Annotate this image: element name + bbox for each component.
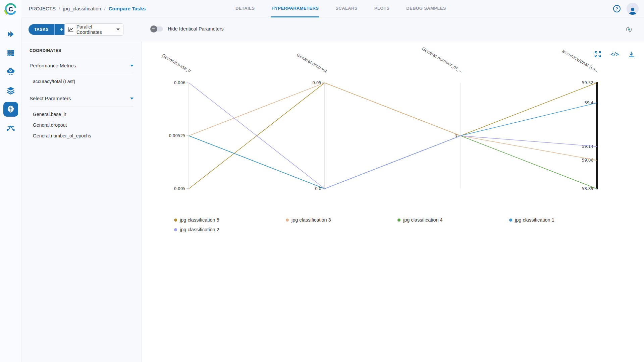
legend-item[interactable]: jpg classification 3 — [286, 216, 397, 224]
axis-tick-label: 59.14 — [582, 144, 593, 149]
compare-toolbar: TASKS + Parallel Coordinates Hide Identi… — [21, 17, 644, 42]
axis-title[interactable]: General.base_lr — [161, 53, 193, 74]
chevron-down-icon — [130, 65, 133, 67]
legend-item[interactable]: jpg classification 1 — [509, 216, 621, 224]
view-type-value: Parallel Coordinates — [76, 24, 114, 35]
tasks-split-button[interactable]: TASKS + — [29, 24, 68, 35]
select-parameters-items: General.base_lr General.dropout General.… — [21, 107, 142, 144]
parallel-coordinates-plot-area: General.base_lr0.0060.005250.005General.… — [142, 42, 644, 362]
metric-item[interactable]: accuracy/total (Last) — [21, 76, 142, 87]
help-icon[interactable]: ? — [613, 5, 621, 12]
workers-icon — [6, 67, 15, 76]
breadcrumb-separator: / — [104, 6, 106, 11]
download-icon — [628, 51, 635, 58]
chart-view-icon — [68, 27, 74, 33]
tasks-button-label[interactable]: TASKS — [29, 27, 54, 32]
auto-refresh-pause-icon — [625, 25, 633, 34]
compare-tabs: DETAILS HYPERPARAMETERS SCALARS PLOTS DE… — [235, 0, 447, 17]
axis-tick-label: 0.006 — [174, 80, 185, 85]
tab-plots[interactable]: PLOTS — [374, 0, 390, 17]
parallel-coordinates-chart: General.base_lr0.0060.005250.005General.… — [142, 42, 644, 213]
clearml-logo-icon: C — [4, 2, 18, 16]
coordinates-panel-title: COORDINATES — [30, 48, 133, 57]
axis-tick-label: 58.89 — [582, 186, 593, 191]
legend-color-dot — [397, 219, 400, 222]
parcoords-line — [189, 83, 597, 189]
queues-icon — [6, 49, 15, 57]
hide-identical-toggle-row[interactable]: Hide Identical Parameters — [151, 26, 224, 32]
section-select-parameters[interactable]: Select Parameters — [30, 90, 133, 107]
maximize-plot-button[interactable] — [594, 51, 601, 58]
sidebar-item-projects[interactable] — [3, 102, 18, 117]
tab-hyperparameters[interactable]: HYPERPARAMETERS — [271, 0, 319, 17]
hide-identical-label: Hide Identical Parameters — [168, 26, 224, 32]
datasets-icon — [6, 86, 15, 95]
legend-color-dot — [174, 228, 177, 231]
breadcrumb-project-name[interactable]: jpg_classification — [63, 6, 101, 11]
section-label: Select Parameters — [30, 96, 71, 101]
svg-text:C: C — [8, 6, 13, 13]
parameter-item[interactable]: General.dropout — [21, 120, 142, 130]
parcoords-line — [189, 83, 597, 189]
legend-item[interactable]: jpg classification 2 — [174, 226, 286, 233]
embed-code-button[interactable]: </> — [610, 51, 619, 57]
breadcrumb-compare-tasks[interactable]: Compare Tasks — [109, 6, 146, 11]
legend-label: jpg classification 5 — [180, 217, 219, 223]
view-type-dropdown[interactable]: Parallel Coordinates — [64, 23, 123, 36]
getting-started-icon — [6, 30, 15, 39]
tab-details[interactable]: DETAILS — [235, 0, 255, 17]
parameter-item[interactable]: General.number_of_epochs — [21, 130, 142, 141]
sidebar-item-getting-started[interactable] — [3, 27, 18, 42]
user-avatar[interactable] — [627, 3, 639, 15]
projects-brain-icon — [6, 105, 15, 114]
axis-tick-label: 0.00525 — [169, 133, 185, 138]
breadcrumb: PROJECTS / jpg_classification / Compare … — [21, 6, 146, 11]
sidebar-item-datasets[interactable] — [3, 83, 18, 98]
hide-identical-toggle[interactable] — [151, 26, 163, 32]
legend-label: jpg classification 3 — [291, 217, 331, 223]
user-avatar-icon — [628, 7, 637, 15]
axis-title[interactable]: General.number_of_... — [421, 46, 464, 73]
maximize-icon — [594, 51, 601, 58]
axis-tick-label: 59.52 — [582, 80, 593, 85]
plot-legend: jpg classification 5jpg classification 3… — [174, 216, 621, 233]
coordinates-panel: COORDINATES Performance Metrics accuracy… — [21, 42, 142, 362]
left-nav-rail: C — [0, 0, 21, 362]
section-label: Performance Metrics — [30, 63, 76, 68]
chevron-down-icon — [130, 98, 133, 100]
plot-actions: </> — [594, 51, 635, 58]
chevron-down-icon — [116, 28, 120, 31]
breadcrumb-separator: / — [59, 6, 60, 11]
auto-refresh-button[interactable] — [624, 25, 634, 34]
legend-label: jpg classification 1 — [515, 217, 554, 223]
parcoords-line — [189, 103, 597, 189]
performance-metrics-items: accuracy/total (Last) — [21, 74, 142, 90]
tab-debug-samples[interactable]: DEBUG SAMPLES — [406, 0, 447, 17]
axis-range-selector[interactable] — [596, 82, 598, 189]
parameter-item[interactable]: General.base_lr — [21, 109, 142, 120]
legend-label: jpg classification 2 — [180, 227, 219, 232]
download-plot-button[interactable] — [628, 51, 635, 58]
legend-label: jpg classification 4 — [403, 217, 443, 223]
axis-tick-label: 0.005 — [174, 186, 185, 191]
legend-item[interactable]: jpg classification 5 — [174, 216, 286, 224]
tab-scalars[interactable]: SCALARS — [335, 0, 358, 17]
toggle-knob — [150, 25, 157, 33]
sidebar-item-workers[interactable] — [3, 64, 18, 79]
top-header: PROJECTS / jpg_classification / Compare … — [21, 0, 644, 17]
section-performance-metrics[interactable]: Performance Metrics — [30, 57, 133, 74]
legend-item[interactable]: jpg classification 4 — [397, 216, 509, 224]
clearml-logo[interactable]: C — [0, 0, 21, 18]
axis-title[interactable]: General.dropout — [296, 52, 328, 74]
sidebar-item-pipelines[interactable] — [3, 121, 18, 135]
parcoords-line — [189, 83, 597, 160]
breadcrumb-projects[interactable]: PROJECTS — [29, 6, 56, 11]
sidebar-item-queues[interactable] — [3, 46, 18, 60]
legend-color-dot — [174, 219, 177, 222]
pipelines-icon — [6, 123, 15, 133]
legend-color-dot — [286, 219, 289, 222]
legend-color-dot — [509, 219, 512, 222]
